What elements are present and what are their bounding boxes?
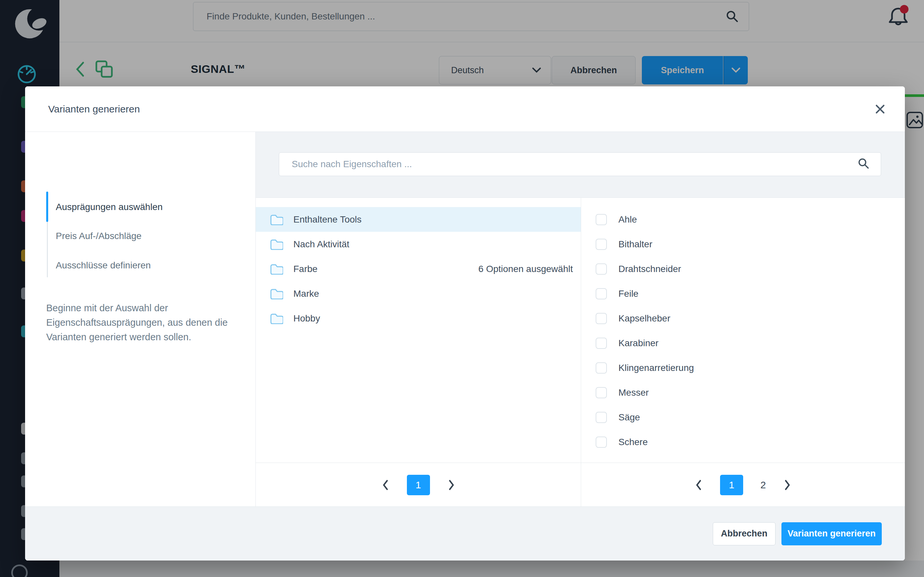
page-number-active[interactable]: 1 xyxy=(407,475,430,495)
group-label: Enthaltene Tools xyxy=(293,214,362,225)
page-number-active[interactable]: 1 xyxy=(720,475,743,495)
folder-icon xyxy=(270,239,283,250)
search-icon xyxy=(857,157,872,171)
folder-icon xyxy=(270,313,283,324)
group-label: Nach Aktivität xyxy=(293,239,349,250)
option-row[interactable]: Säge xyxy=(581,405,905,430)
close-icon[interactable] xyxy=(869,98,892,120)
checkbox[interactable] xyxy=(596,338,607,349)
group-label: Farbe xyxy=(293,264,317,274)
group-row[interactable]: Enthaltene Tools xyxy=(256,207,581,232)
option-label: Karabiner xyxy=(619,338,658,348)
modal-title: Varianten generieren xyxy=(48,86,140,132)
group-row[interactable]: Farbe 6 Optionen ausgewählt xyxy=(256,256,581,281)
checkbox[interactable] xyxy=(596,363,607,374)
step-define-exclusions[interactable]: Ausschlüsse definieren xyxy=(56,259,151,272)
option-row[interactable]: Feile xyxy=(581,281,905,306)
folder-icon xyxy=(270,263,283,275)
modal-cancel-button[interactable]: Abbrechen xyxy=(713,522,775,545)
next-page-icon[interactable] xyxy=(783,479,792,491)
wizard-steps-panel: Ausprägungen auswählen Preis Auf-/Abschl… xyxy=(25,132,256,506)
checkbox[interactable] xyxy=(596,214,607,225)
prev-page-icon[interactable] xyxy=(381,479,390,491)
property-option-list: Ahle Bithalter Drahtschneider Feile Kaps… xyxy=(581,198,905,463)
option-label: Kapselheber xyxy=(619,313,670,324)
pagination-band: 1 1 2 xyxy=(256,463,905,506)
property-group-list: Enthaltene Tools Nach Aktivität xyxy=(256,198,581,463)
modal-header: Varianten generieren xyxy=(25,86,905,132)
generate-variants-modal: Varianten generieren Ausprägungen auswäh… xyxy=(25,86,905,561)
prev-page-icon[interactable] xyxy=(694,479,703,491)
option-row[interactable]: Drahtschneider xyxy=(581,256,905,281)
selection-lists: Enthaltene Tools Nach Aktivität xyxy=(256,198,905,463)
option-label: Drahtschneider xyxy=(619,264,681,274)
property-search[interactable] xyxy=(279,152,881,176)
group-row[interactable]: Marke xyxy=(256,281,581,306)
option-label: Messer xyxy=(619,387,649,398)
step-price-surcharges[interactable]: Preis Auf-/Abschläge xyxy=(56,229,142,243)
property-search-section xyxy=(256,132,905,198)
option-row[interactable]: Messer xyxy=(581,380,905,405)
group-row[interactable]: Hobby xyxy=(256,306,581,331)
generate-variants-button[interactable]: Varianten generieren xyxy=(782,522,882,545)
option-row[interactable]: Klingenarretierung xyxy=(581,355,905,380)
folder-icon xyxy=(270,214,283,225)
checkbox[interactable] xyxy=(596,288,607,300)
group-label: Hobby xyxy=(293,313,320,324)
selected-options-count: 6 Optionen ausgewählt xyxy=(478,264,573,274)
next-page-icon[interactable] xyxy=(447,479,456,491)
checkbox[interactable] xyxy=(596,313,607,324)
property-search-input[interactable] xyxy=(279,159,857,169)
checkbox[interactable] xyxy=(596,387,607,398)
option-label: Feile xyxy=(619,288,638,299)
checkbox[interactable] xyxy=(596,437,607,448)
option-row[interactable]: Karabiner xyxy=(581,331,905,355)
page-number[interactable]: 2 xyxy=(760,479,766,491)
checkbox[interactable] xyxy=(596,412,607,423)
option-row[interactable]: Kapselheber xyxy=(581,306,905,331)
page: SIGNAL™ Deutsch Abbrechen Speichern Vari… xyxy=(0,0,924,577)
step-description: Beginne mit der Auswahl der Eigenschafts… xyxy=(46,301,248,344)
groups-pagination: 1 xyxy=(256,463,581,507)
group-label: Marke xyxy=(293,288,319,299)
option-label: Schere xyxy=(619,437,648,447)
checkbox[interactable] xyxy=(596,263,607,275)
option-row[interactable]: Ahle xyxy=(581,207,905,232)
option-row[interactable]: Schere xyxy=(581,430,905,455)
step-select-values[interactable]: Ausprägungen auswählen xyxy=(56,200,163,214)
folder-icon xyxy=(270,288,283,300)
option-label: Säge xyxy=(619,412,640,423)
option-label: Ahle xyxy=(619,214,637,225)
option-label: Bithalter xyxy=(619,239,653,250)
group-row[interactable]: Nach Aktivität xyxy=(256,232,581,256)
checkbox[interactable] xyxy=(596,239,607,250)
step-rail-active xyxy=(46,192,48,222)
option-label: Klingenarretierung xyxy=(619,363,694,373)
options-pagination: 1 2 xyxy=(581,463,905,507)
modal-footer: Abbrechen Varianten generieren xyxy=(25,506,905,561)
option-row[interactable]: Bithalter xyxy=(581,232,905,256)
